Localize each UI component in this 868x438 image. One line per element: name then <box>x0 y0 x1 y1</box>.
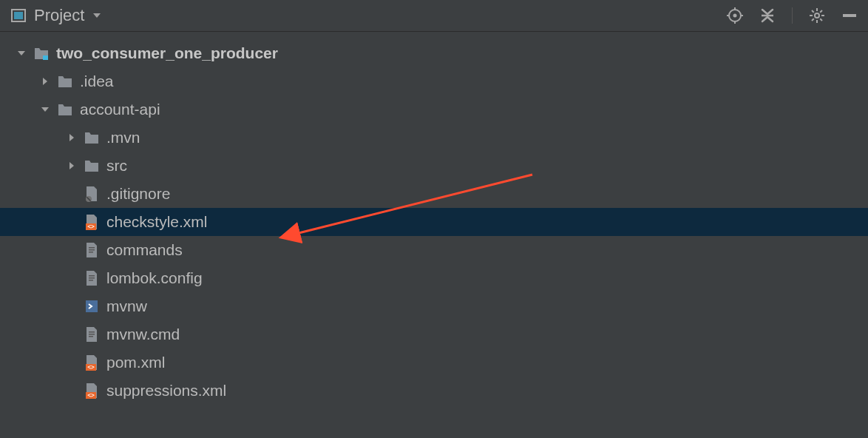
svg-rect-24 <box>89 247 95 249</box>
svg-point-3 <box>733 14 737 18</box>
svg-line-15 <box>820 18 822 21</box>
svg-rect-29 <box>89 280 93 281</box>
svg-rect-28 <box>89 277 95 279</box>
file-text-icon <box>83 326 101 343</box>
tree-root[interactable]: two_consumer_one_producer <box>0 39 868 67</box>
svg-rect-32 <box>89 334 95 335</box>
collapse-all-icon[interactable] <box>759 7 776 24</box>
tree-node[interactable]: mvnw.cmd <box>0 320 868 348</box>
hide-panel-icon[interactable] <box>841 7 858 24</box>
project-toolbar: Project <box>0 0 868 32</box>
tree-node[interactable]: <>checkstyle.xml <box>0 208 868 236</box>
project-tree[interactable]: two_consumer_one_producer .ideaaccount-a… <box>0 32 868 405</box>
toolbar-actions <box>727 7 858 24</box>
svg-rect-1 <box>14 12 23 19</box>
svg-rect-18 <box>843 14 856 17</box>
tree-node-label: mvnw.cmd <box>106 326 180 343</box>
tree-node[interactable]: mvnw <box>0 292 868 320</box>
file-xml-icon: <> <box>83 382 101 400</box>
tree-node-label: two_consumer_one_producer <box>56 44 278 62</box>
tree-node-label: pom.xml <box>106 354 165 371</box>
locate-icon[interactable] <box>727 7 743 24</box>
svg-rect-19 <box>43 55 48 60</box>
tree-node[interactable]: <>suppressions.xml <box>0 377 868 405</box>
chevron-down-icon[interactable] <box>15 48 28 58</box>
file-xml-icon: <> <box>83 354 101 371</box>
tree-node[interactable]: .gitignore <box>0 180 868 208</box>
tree-node-label: suppressions.xml <box>106 382 226 400</box>
tree-node[interactable]: lombok.config <box>0 264 868 292</box>
folder-icon <box>56 73 74 90</box>
tree-node[interactable]: .mvn <box>0 124 868 152</box>
svg-rect-31 <box>89 331 95 333</box>
tree-node[interactable]: account-api <box>0 95 868 124</box>
svg-text:<>: <> <box>87 392 95 399</box>
tree-node-label: mvnw <box>106 297 147 315</box>
folder-icon <box>83 157 101 175</box>
tree-node-label: account-api <box>80 101 160 118</box>
tree-node[interactable]: .idea <box>0 67 868 95</box>
chevron-right-icon[interactable] <box>65 132 78 143</box>
tree-node-label: lombok.config <box>106 269 203 287</box>
project-view-icon[interactable] <box>10 7 27 24</box>
svg-line-16 <box>812 18 814 21</box>
project-title: Project <box>34 6 84 25</box>
file-ignore-icon <box>83 185 101 203</box>
folder-icon <box>83 129 101 146</box>
tree-node-label: .gitignore <box>106 185 170 203</box>
view-dropdown-icon[interactable] <box>92 10 102 21</box>
svg-line-14 <box>812 10 814 13</box>
svg-rect-33 <box>89 336 93 337</box>
tree-node-label: .idea <box>80 73 114 90</box>
svg-rect-27 <box>89 275 95 277</box>
tree-node-label: commands <box>106 241 183 259</box>
svg-text:<>: <> <box>87 364 95 371</box>
tree-node[interactable]: src <box>0 152 868 180</box>
file-sh-icon <box>83 297 101 315</box>
file-text-icon <box>83 269 101 287</box>
toolbar-separator <box>792 7 793 24</box>
tree-node-label: checkstyle.xml <box>106 213 208 231</box>
file-xml-icon: <> <box>83 213 101 231</box>
folder-icon <box>56 101 74 118</box>
svg-rect-26 <box>89 252 93 253</box>
svg-rect-25 <box>89 249 95 251</box>
chevron-down-icon[interactable] <box>38 104 52 115</box>
settings-icon[interactable] <box>809 7 825 24</box>
tree-node[interactable]: <>pom.xml <box>0 348 868 377</box>
tree-node-label: src <box>106 157 127 175</box>
tree-node-label: .mvn <box>106 129 140 146</box>
module-folder-icon <box>33 44 50 62</box>
tree-node[interactable]: commands <box>0 236 868 264</box>
svg-text:<>: <> <box>87 223 95 230</box>
svg-line-17 <box>820 10 822 13</box>
chevron-right-icon[interactable] <box>38 76 52 87</box>
svg-point-9 <box>815 13 819 18</box>
file-text-icon <box>83 241 101 259</box>
chevron-right-icon[interactable] <box>65 161 78 171</box>
